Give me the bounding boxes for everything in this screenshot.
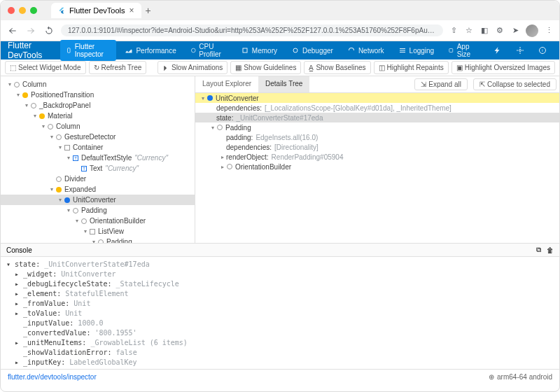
gear-icon[interactable]: ⚙	[495, 26, 505, 36]
select-widget-mode-button[interactable]: ⬚Select Widget Mode	[5, 61, 86, 74]
expander-icon[interactable]: ▾	[6, 81, 13, 88]
clear-console-icon[interactable]: 🗑	[547, 246, 554, 254]
tab-app-size[interactable]: App Size	[442, 40, 482, 61]
back-button[interactable]	[6, 24, 19, 37]
console-title: Console	[6, 246, 32, 254]
details-label: state:	[216, 114, 233, 122]
highlight-repaints-button[interactable]: ◫Highlight Repaints	[374, 61, 449, 74]
tree-row[interactable]: ▾Container	[1, 142, 195, 153]
tree-row[interactable]: ▾Column	[1, 79, 195, 90]
expander-icon[interactable]: ▾	[90, 239, 97, 243]
expander-icon[interactable]: ▾	[48, 134, 55, 140]
copy-icon[interactable]: ⧉	[536, 246, 541, 254]
node-label: Padding	[106, 238, 132, 243]
maximize-window-button[interactable]	[30, 7, 37, 14]
tree-row[interactable]: ▾_BackdropPanel	[1, 100, 195, 111]
tree-row[interactable]: ▾ListView	[1, 226, 195, 237]
tree-row[interactable]: Divider	[1, 174, 195, 184]
slow-animations-button[interactable]: ⏵Slow Animations	[158, 61, 227, 74]
extension-icon[interactable]: ◧	[479, 26, 489, 36]
tree-row[interactable]: ▾TDefaultTextStyle"Currency"	[1, 153, 195, 163]
expander-icon[interactable]: ▾	[65, 207, 72, 214]
image-icon: ▣	[456, 64, 463, 71]
url-field[interactable]: 127.0.0.1:9101/#/inspector?ide=Android-S…	[61, 24, 443, 36]
subtab-layout-explorer[interactable]: Layout Explorer	[195, 76, 258, 92]
expander-icon[interactable]: ▾	[48, 186, 55, 192]
tree-row[interactable]: ▾Padding	[1, 205, 195, 216]
tree-row[interactable]: ▾Padding	[1, 237, 195, 243]
share-icon[interactable]: ⇧	[449, 26, 458, 36]
tree-row[interactable]: TText"Currency"	[1, 163, 195, 174]
expander-icon[interactable]: ▾	[209, 125, 216, 131]
tab-flutter-inspector[interactable]: Flutter Inspector	[60, 40, 116, 61]
details-row[interactable]: ▾UnitConverter	[195, 93, 559, 103]
minimize-window-button[interactable]	[19, 7, 26, 14]
details-row[interactable]: ▸OrientationBuilder	[195, 162, 559, 172]
circ-h-icon	[55, 134, 62, 141]
phone-icon	[66, 46, 72, 55]
expander-icon[interactable]: ▾	[57, 144, 64, 150]
tree-row[interactable]: ▾OrientationBuilder	[1, 216, 195, 226]
expander-icon[interactable]: ▾	[23, 102, 30, 108]
close-tab-icon[interactable]: ×	[129, 6, 134, 15]
kebab-menu-icon[interactable]: ⋮	[544, 26, 554, 36]
address-bar: 127.0.0.1:9101/#/inspector?ide=Android-S…	[1, 20, 559, 41]
tree-row[interactable]: ▾Expanded	[1, 184, 195, 195]
show-guidelines-button[interactable]: ▦Show Guidelines	[230, 61, 301, 74]
expander-icon[interactable]: ▾	[65, 155, 72, 161]
expander-icon[interactable]: ▾	[15, 92, 22, 98]
tab-logging[interactable]: Logging	[393, 43, 440, 57]
bolt-icon[interactable]	[488, 43, 507, 57]
tree-row[interactable]: ▾GestureDetector	[1, 132, 195, 142]
tab-cpu-profiler[interactable]: CPU Profiler	[185, 40, 232, 61]
expander-icon[interactable]: ▸	[219, 164, 226, 170]
tree-row[interactable]: ▾UnitConverter	[1, 195, 195, 205]
browser-tab[interactable]: Flutter DevTools ×	[51, 3, 141, 18]
star-icon[interactable]: ☆	[464, 26, 474, 36]
forward-button[interactable]	[24, 24, 37, 37]
tree-row[interactable]: ▾PositionedTransition	[1, 90, 195, 100]
new-tab-button[interactable]: +	[146, 5, 151, 16]
tree-row[interactable]: ▾Column	[1, 121, 195, 132]
details-row[interactable]: dependencies:[_LocalizationsScope-[Globa…	[195, 103, 559, 113]
tab-network[interactable]: Network	[342, 43, 390, 57]
circ-h-icon	[226, 163, 233, 170]
expand-all-button[interactable]: ⇲Expand all	[414, 78, 468, 90]
tab-memory[interactable]: Memory	[235, 43, 283, 57]
console-line: ▸ _inputKey: LabeledGlobalKey	[6, 358, 554, 368]
expander-icon[interactable]: ▾	[40, 123, 47, 130]
expander-icon[interactable]: ▸	[219, 154, 226, 160]
docs-link[interactable]: flutter.dev/devtools/inspector	[8, 373, 97, 381]
details-row[interactable]: state:_UnitConverterState#17eda	[195, 113, 559, 122]
expander-icon[interactable]: ▾	[57, 197, 64, 203]
info-icon[interactable]: i	[533, 43, 552, 57]
devtools-header: Flutter DevTools Flutter Inspector Perfo…	[1, 41, 559, 59]
arrow-icon[interactable]: ➤	[510, 26, 520, 36]
show-baselines-button[interactable]: A̲Show Baselines	[304, 61, 370, 74]
details-row[interactable]: dependencies:[Directionality]	[195, 142, 559, 152]
profile-avatar[interactable]	[526, 24, 538, 37]
subtab-details-tree[interactable]: Details Tree	[258, 76, 309, 92]
tab-performance[interactable]: Performance	[119, 43, 181, 57]
console-output[interactable]: ▾ state: _UnitConverterState#17eda ▸ _wi…	[1, 257, 559, 369]
refresh-tree-button[interactable]: ↻Refresh Tree	[89, 61, 147, 74]
node-label: Expanded	[64, 186, 96, 193]
collapse-to-selected-button[interactable]: ⇱Collapse to selected	[473, 78, 556, 90]
footer: flutter.dev/devtools/inspector ⊕arm64-64…	[1, 369, 559, 384]
details-tree[interactable]: ▾UnitConverterdependencies:[_Localizatio…	[195, 93, 559, 243]
expander-icon[interactable]: ▾	[82, 228, 89, 234]
widget-tree-panel[interactable]: ▾Column▾PositionedTransition▾_BackdropPa…	[1, 76, 195, 243]
close-window-button[interactable]	[8, 7, 15, 14]
details-row[interactable]: padding:EdgeInsets.all(16.0)	[195, 132, 559, 142]
reload-button[interactable]	[43, 24, 55, 37]
expander-icon[interactable]: ▾	[200, 95, 206, 102]
tree-row[interactable]: ▾Material	[1, 111, 195, 121]
settings-icon[interactable]	[510, 43, 530, 57]
tab-debugger[interactable]: Debugger	[286, 43, 339, 57]
window-titlebar: Flutter DevTools × +	[1, 1, 559, 20]
highlight-oversized-button[interactable]: ▣Highlight Oversized Images	[451, 61, 555, 74]
expander-icon[interactable]: ▾	[74, 218, 80, 224]
expander-icon[interactable]: ▾	[31, 113, 38, 119]
details-row[interactable]: ▾Padding	[195, 122, 559, 132]
details-row[interactable]: ▸renderObject:RenderPadding#05904	[195, 152, 559, 162]
